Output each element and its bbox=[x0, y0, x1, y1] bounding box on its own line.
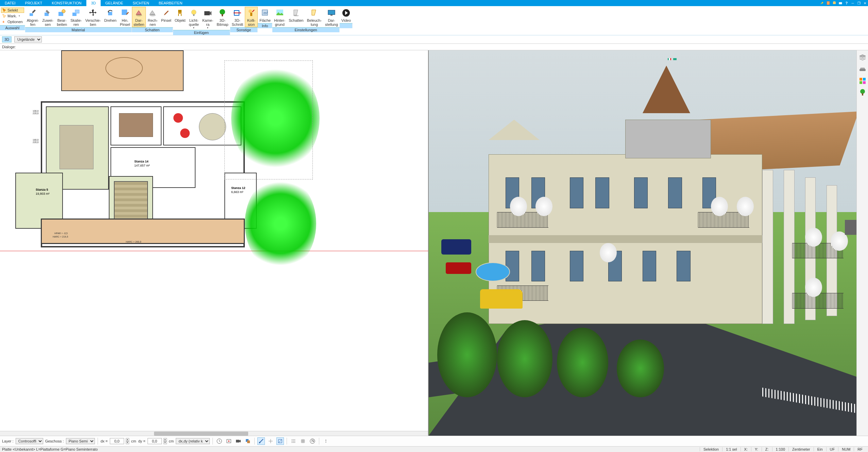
kollision-button[interactable]: Kolli- sion bbox=[245, 7, 258, 27]
tab-sichten[interactable]: SICHTEN bbox=[128, 0, 154, 6]
dy-spinner[interactable]: ▲▼ bbox=[164, 438, 167, 444]
tab-bearbeiten[interactable]: BEARBEITEN bbox=[154, 0, 187, 6]
tree-fg-3 bbox=[557, 328, 608, 397]
svg-point-13 bbox=[150, 14, 156, 16]
statusbar: Platte <Unbekannt> L=Piattaforme G=Piano… bbox=[0, 446, 868, 452]
mode-badge: 3D bbox=[2, 36, 12, 42]
tool-clipboard-icon[interactable] bbox=[825, 0, 831, 6]
status-left: Platte <Unbekannt> L=Piattaforme G=Piano… bbox=[2, 447, 98, 451]
status-unit: Zentimeter bbox=[788, 447, 814, 451]
svg-point-12 bbox=[136, 14, 142, 16]
tool-db-icon[interactable] bbox=[831, 0, 837, 6]
terrain-select[interactable]: Urgelände bbox=[14, 36, 42, 42]
selekt-button[interactable]: Selekt bbox=[1, 7, 24, 13]
tab-konstruktion[interactable]: KONSTRUKTION bbox=[47, 0, 86, 6]
optionen-button[interactable]: + Optionen bbox=[1, 19, 24, 24]
hscrollbar[interactable] bbox=[0, 431, 428, 436]
3d-schnitt-button[interactable]: 3D- Schnitt bbox=[230, 7, 245, 27]
layer-select[interactable]: Controsoffi bbox=[16, 438, 43, 444]
stack-icon[interactable] bbox=[244, 437, 252, 445]
window-restore-icon[interactable]: ❐ bbox=[856, 0, 862, 6]
svg-rect-39 bbox=[860, 81, 862, 84]
right-drawer-tab[interactable] bbox=[845, 220, 856, 235]
rel-select[interactable]: dx,dy (relativ ka bbox=[176, 438, 210, 444]
drehen-button[interactable]: Drehen bbox=[103, 7, 118, 27]
status-num: NUM bbox=[838, 447, 854, 451]
pinsel-button[interactable]: Pinsel bbox=[159, 7, 173, 27]
snap-1-icon[interactable] bbox=[257, 437, 265, 445]
geschoss-select[interactable]: Piano Semi bbox=[66, 438, 95, 444]
snap-3-icon[interactable] bbox=[276, 437, 284, 445]
svg-point-49 bbox=[259, 442, 260, 443]
scale-icon bbox=[71, 8, 81, 18]
tab-gelaende[interactable]: GELÄNDE bbox=[101, 0, 128, 6]
tab-datei[interactable]: DATEI bbox=[0, 0, 20, 6]
brush-icon bbox=[161, 8, 171, 18]
layers-icon[interactable] bbox=[858, 54, 867, 62]
hintergrund-button[interactable]: Hinter- grund bbox=[272, 7, 287, 27]
snap-2-icon[interactable] bbox=[267, 437, 274, 445]
objekt-button[interactable]: Objekt bbox=[173, 7, 187, 30]
dim-1800: 180,0 220,0 bbox=[33, 139, 39, 143]
north-icon[interactable]: N bbox=[309, 437, 316, 445]
3d-bitmap-button[interactable]: 3D- Bitmap bbox=[215, 7, 230, 30]
mark-button[interactable]: Mark.▾ bbox=[1, 13, 24, 19]
win13 bbox=[677, 251, 690, 282]
flower-2 bbox=[535, 197, 552, 216]
flower-5 bbox=[600, 243, 617, 262]
window-close-icon[interactable]: ✕ bbox=[862, 0, 868, 6]
dy-input[interactable] bbox=[148, 438, 162, 444]
group-einfuegen-label: Einfügen bbox=[173, 30, 230, 35]
svg-rect-22 bbox=[222, 14, 223, 16]
group-video-label bbox=[340, 23, 353, 28]
verschieben-button[interactable]: Verschie- ben bbox=[84, 7, 103, 27]
floorplan-pane[interactable]: Stanza 14 147,657 m² Stanza 5 19,803 m² … bbox=[0, 50, 429, 436]
more-icon[interactable]: ⋮ bbox=[322, 437, 329, 445]
eyedrop-icon bbox=[28, 8, 37, 18]
svg-point-7 bbox=[62, 10, 65, 13]
swatches-icon[interactable] bbox=[858, 77, 867, 85]
round-table bbox=[199, 113, 226, 140]
clock-icon[interactable] bbox=[216, 437, 223, 445]
kamera-button[interactable]: Kame- ra▾ bbox=[201, 7, 215, 30]
screenshot-icon[interactable] bbox=[225, 437, 233, 445]
window-minimize-icon[interactable]: ─ bbox=[850, 0, 856, 6]
abgreifen-button[interactable]: Abgrei- fen bbox=[25, 7, 40, 27]
shadow-show-icon bbox=[134, 8, 144, 18]
render-pane[interactable] bbox=[429, 50, 857, 436]
hin-pinsel-button[interactable]: Hin. Pinsel bbox=[118, 7, 132, 27]
grid-line-icon[interactable] bbox=[299, 437, 307, 445]
right-dock bbox=[856, 50, 868, 436]
svg-rect-48 bbox=[247, 440, 250, 443]
darstellen-button[interactable]: Dar- stellen bbox=[132, 7, 146, 27]
plant-icon[interactable] bbox=[858, 88, 867, 97]
win10 bbox=[570, 251, 583, 282]
tool-help-icon[interactable]: ? bbox=[844, 0, 850, 6]
flaeche-button[interactable]: m²Fläche bbox=[258, 7, 272, 23]
tool-wrench-icon[interactable] bbox=[819, 0, 825, 6]
tool-print-icon[interactable] bbox=[837, 0, 844, 6]
video-button[interactable]: Video bbox=[340, 7, 353, 23]
furniture-icon[interactable] bbox=[858, 65, 867, 73]
dim-hpar: HPAR = -0,5 bbox=[54, 232, 68, 234]
plus-icon: + bbox=[2, 20, 6, 24]
stanza14-area: 147,657 m² bbox=[134, 164, 150, 167]
schatten-einst-button[interactable]: Schatten bbox=[287, 7, 305, 27]
skalieren-button[interactable]: Skalie- ren bbox=[69, 7, 84, 27]
rechnen-button[interactable]: Rech- nen bbox=[146, 7, 159, 27]
lichtquelle-button[interactable]: Licht- quelle▾ bbox=[187, 7, 201, 30]
svg-rect-38 bbox=[863, 78, 866, 81]
tab-3d[interactable]: 3D bbox=[86, 0, 101, 6]
dialoge-label: Dialoge: bbox=[2, 45, 16, 49]
dx-input[interactable] bbox=[110, 438, 124, 444]
col-1 bbox=[762, 170, 773, 324]
bearbeiten-button[interactable]: Bear- beiten bbox=[55, 7, 69, 27]
svg-rect-2 bbox=[833, 2, 836, 4]
tab-projekt[interactable]: PROJEKT bbox=[20, 0, 47, 6]
dx-spinner[interactable]: ▲▼ bbox=[126, 438, 129, 444]
grid-dot-icon[interactable] bbox=[290, 437, 297, 445]
beleuchtung-button[interactable]: Beleuch- tung bbox=[305, 7, 323, 27]
video2-icon[interactable] bbox=[235, 437, 242, 445]
darstellung-button[interactable]: Dar- stellung bbox=[323, 7, 340, 27]
zuweisen-button[interactable]: Zuwei- sen bbox=[40, 7, 55, 27]
